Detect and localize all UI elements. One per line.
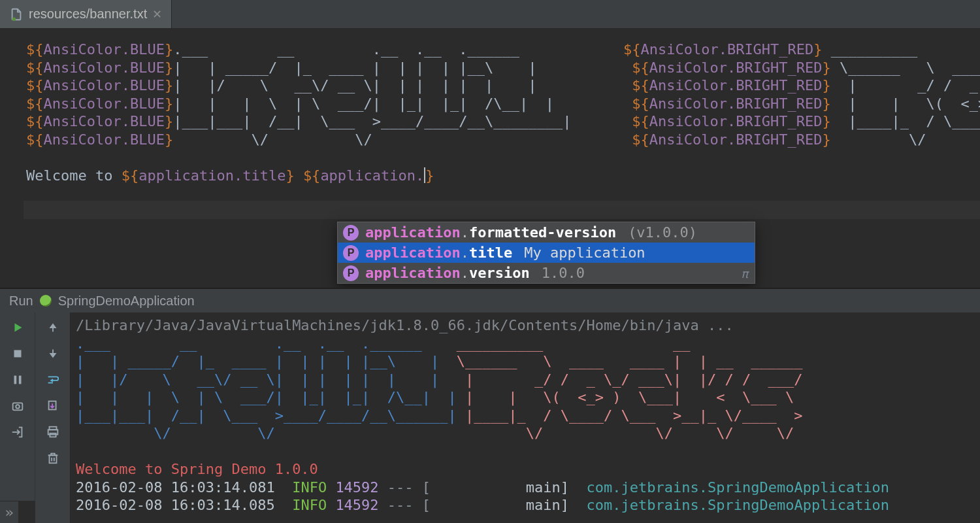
run-body: » /Library/Java/JavaVirtualMachines/jdk1… — [0, 312, 980, 523]
completion-item[interactable]: Papplication.version1.0.0 — [338, 263, 755, 283]
editor-area[interactable]: ${AnsiColor.BLUE}.___ __ .__ .__ .______… — [0, 29, 980, 288]
tab-close-icon[interactable]: ✕ — [152, 7, 162, 22]
scroll-down-icon[interactable] — [44, 345, 61, 362]
run-header[interactable]: Run SpringDemoApplication — [0, 289, 980, 312]
run-config-name: SpringDemoApplication — [58, 294, 195, 309]
console-output[interactable]: /Library/Java/JavaVirtualMachines/jdk1.8… — [71, 312, 980, 523]
property-badge-icon: P — [343, 225, 359, 241]
tab-banner-txt[interactable]: resources/banner.txt ✕ — [0, 0, 172, 28]
clear-icon[interactable] — [44, 450, 61, 467]
dump-threads-icon[interactable] — [9, 397, 26, 414]
completion-item[interactable]: Papplication.titleMy application — [338, 243, 755, 263]
tab-filename: resources/banner.txt — [29, 7, 147, 22]
spring-boot-icon — [40, 295, 52, 307]
svg-rect-6 — [52, 328, 54, 331]
exit-icon[interactable] — [9, 424, 26, 441]
scroll-up-icon[interactable] — [44, 319, 61, 336]
run-tool-window: Run SpringDemoApplication » /Library/Jav… — [0, 288, 980, 523]
property-badge-icon: P — [343, 265, 359, 281]
soft-wrap-icon[interactable] — [44, 371, 61, 388]
pi-indicator-icon: π — [741, 267, 748, 280]
text-file-icon — [9, 7, 24, 22]
svg-point-5 — [16, 405, 20, 409]
current-line-highlight — [24, 201, 980, 219]
code-editor[interactable]: ${AnsiColor.BLUE}.___ __ .__ .__ .______… — [0, 29, 980, 184]
svg-rect-7 — [52, 350, 54, 354]
run-label: Run — [9, 294, 33, 309]
completion-item[interactable]: Papplication.formatted-version(v1.0.0) — [338, 222, 755, 243]
property-badge-icon: P — [343, 245, 359, 261]
svg-rect-12 — [49, 455, 56, 463]
scroll-to-end-icon[interactable] — [44, 397, 61, 414]
pause-icon[interactable] — [9, 371, 26, 388]
run-actions-right — [35, 312, 71, 523]
editor-tab-bar: resources/banner.txt ✕ — [0, 0, 980, 29]
expand-chevron-icon[interactable]: » — [0, 501, 18, 523]
svg-point-0 — [12, 17, 16, 21]
rerun-icon[interactable] — [9, 319, 26, 336]
stop-icon[interactable] — [9, 345, 26, 362]
run-actions-left — [0, 312, 35, 501]
svg-rect-4 — [12, 403, 22, 410]
svg-rect-1 — [14, 350, 21, 358]
svg-rect-2 — [14, 376, 16, 384]
svg-rect-3 — [18, 376, 21, 384]
print-icon[interactable] — [44, 424, 61, 441]
completion-popup: Papplication.formatted-version(v1.0.0)Pa… — [337, 222, 755, 284]
